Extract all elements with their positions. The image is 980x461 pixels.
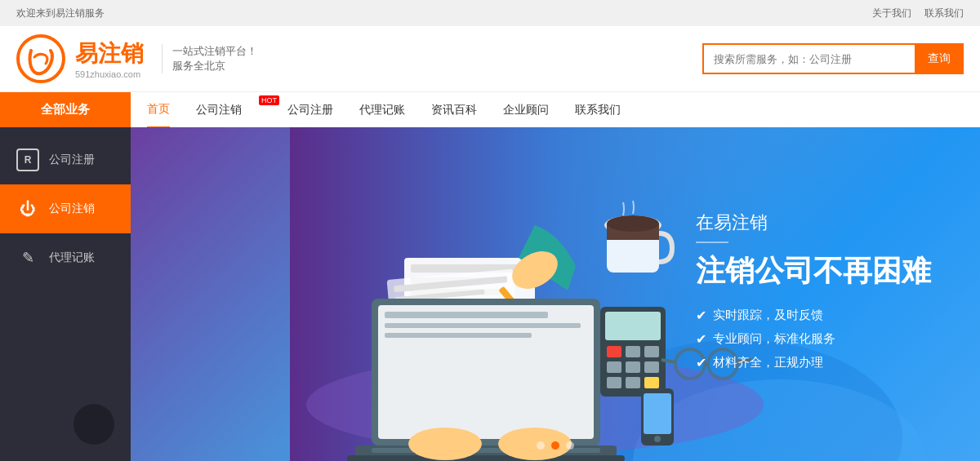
welcome-text: 欢迎来到易注销服务 (16, 7, 105, 20)
sidebar-label-zhuxiao: 公司注销 (49, 202, 95, 216)
check-icon-3: ✔ (696, 355, 706, 370)
feature-1: ✔ 实时跟踪，及时反馈 (696, 308, 931, 323)
svg-rect-50 (644, 393, 671, 434)
top-bar: 欢迎来到易注销服务 关于我们 联系我们 (0, 0, 980, 26)
logo-icon (16, 34, 65, 83)
logo-text: 易注销 591zhuxiao.com (75, 38, 144, 79)
svg-rect-36 (607, 377, 621, 388)
sidebar-label-zhuce: 公司注册 (49, 153, 95, 167)
nav-item-home[interactable]: 首页 (147, 92, 170, 128)
svg-rect-42 (385, 323, 581, 328)
about-link[interactable]: 关于我们 (872, 7, 911, 20)
nav-all-services[interactable]: 全部业务 (0, 92, 131, 128)
feature-2: ✔ 专业顾问，标准化服务 (696, 331, 931, 347)
main-content: R 公司注册 ⏻ 公司注销 ✎ 代理记账 (0, 127, 980, 461)
svg-rect-29 (605, 312, 661, 340)
search-input[interactable] (702, 43, 915, 74)
dot-3[interactable] (566, 441, 574, 450)
logo-name[interactable]: 易注销 (75, 38, 144, 69)
slogan-line2: 服务全北京 (172, 59, 257, 73)
banner-features: ✔ 实时跟踪，及时反馈 ✔ 专业顾问，标准化服务 ✔ 材料齐全，正规办理 (696, 308, 931, 370)
nav-bar: 全部业务 首页 公司注销 HOT 公司注册 代理记账 资讯百科 企业顾问 联系我… (0, 91, 980, 127)
banner-subtitle: 在易注销 (696, 211, 931, 235)
power-icon: ⏻ (16, 197, 39, 220)
svg-rect-30 (607, 346, 621, 357)
nav-item-zixun[interactable]: 资讯百科 (431, 92, 477, 128)
logo-domain: 591zhuxiao.com (75, 69, 144, 79)
banner: 在易注销 注销公司不再困难 ✔ 实时跟踪，及时反馈 ✔ 专业顾问，标准化服务 ✔… (131, 127, 980, 461)
svg-rect-43 (385, 333, 532, 338)
top-bar-links: 关于我们 联系我们 (872, 7, 964, 20)
sidebar-item-zhuce[interactable]: R 公司注册 (0, 135, 131, 184)
dot-1[interactable] (537, 441, 545, 450)
nav-item-daili[interactable]: 代理记账 (359, 92, 405, 128)
svg-point-47 (408, 428, 482, 460)
logo-slogan: 一站式注销平台！ 服务全北京 (162, 44, 257, 73)
banner-text: 在易注销 注销公司不再困难 ✔ 实时跟踪，及时反馈 ✔ 专业顾问，标准化服务 ✔… (696, 211, 931, 379)
logo-area: 易注销 591zhuxiao.com 一站式注销平台！ 服务全北京 (16, 34, 257, 83)
nav-item-qiye[interactable]: 企业顾问 (503, 92, 549, 128)
nav-item-zhuxiao[interactable]: 公司注销 HOT (196, 92, 261, 128)
slogan-line1: 一站式注销平台！ (172, 44, 257, 59)
nav-item-lianxi[interactable]: 联系我们 (575, 92, 621, 128)
pencil-icon: ✎ (16, 246, 39, 269)
svg-point-27 (607, 215, 659, 232)
sidebar: R 公司注册 ⏻ 公司注销 ✎ 代理记账 (0, 127, 131, 461)
dot-2[interactable] (551, 441, 559, 450)
sidebar-item-daili[interactable]: ✎ 代理记账 (0, 233, 131, 282)
svg-rect-45 (347, 455, 625, 461)
nav-item-zhuce[interactable]: 公司注册 (287, 92, 333, 128)
banner-dots (537, 441, 574, 450)
contact-link[interactable]: 联系我们 (924, 7, 964, 20)
banner-divider (696, 242, 728, 243)
svg-rect-38 (644, 377, 659, 388)
header: 易注销 591zhuxiao.com 一站式注销平台！ 服务全北京 查询 (0, 26, 980, 91)
svg-point-51 (654, 436, 661, 442)
sidebar-item-zhuxiao[interactable]: ⏻ 公司注销 (0, 184, 131, 233)
search-area: 查询 (702, 43, 964, 74)
sidebar-label-daili: 代理记账 (49, 250, 95, 265)
svg-rect-32 (644, 346, 659, 357)
feature-3: ✔ 材料齐全，正规办理 (696, 355, 931, 370)
svg-rect-31 (626, 346, 640, 357)
check-icon-1: ✔ (696, 308, 706, 323)
hot-badge: HOT (259, 95, 279, 105)
banner-title: 注销公司不再困难 (696, 251, 931, 291)
svg-rect-41 (385, 312, 548, 318)
register-icon: R (16, 148, 39, 171)
search-button[interactable]: 查询 (915, 43, 964, 74)
svg-rect-37 (626, 377, 640, 388)
svg-rect-34 (626, 361, 640, 373)
check-icon-2: ✔ (696, 331, 706, 347)
svg-rect-33 (607, 361, 621, 373)
nav-items: 首页 公司注销 HOT 公司注册 代理记账 资讯百科 企业顾问 联系我们 (131, 92, 621, 128)
svg-rect-35 (644, 361, 659, 373)
